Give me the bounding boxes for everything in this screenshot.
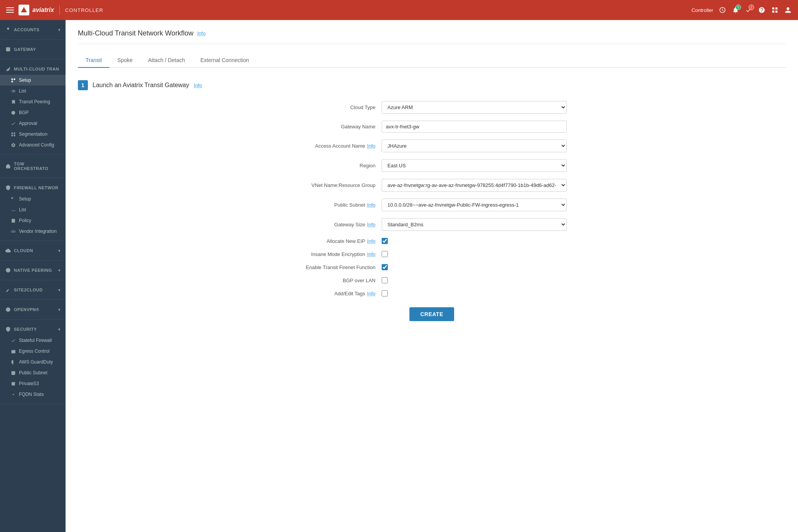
notification-bell-icon[interactable]: 5 [732,6,739,14]
tab-bar: Transit Spoke Attach / Detach External C… [78,53,786,68]
sidebar-section-multicloud: MULTI-CLOUD TRAN Setup List Transit Peer… [0,59,66,155]
access-account-field: Access Account Name Info JHAzure [297,140,567,152]
add-tags-checkbox[interactable] [382,290,388,296]
vnet-control: ave-az-fnvnetgw:rg-av-ave-az-fnvnetgw-97… [382,179,567,192]
svg-rect-6 [12,197,13,199]
sidebar-item-public-subnet[interactable]: Public Subnet [0,367,66,378]
svg-point-8 [6,307,10,312]
svg-point-5 [12,111,15,114]
step1-badge: 1 [78,80,88,90]
sidebar-item-stateful-firewall[interactable]: Stateful Firewall [0,335,66,346]
grid-icon[interactable] [771,6,779,14]
sidebar-item-transit-peering[interactable]: Transit Peering [0,96,66,107]
allocate-eip-field: Allocate New EIP Info [297,238,567,244]
cloud-type-select[interactable]: Azure ARM AWS GCP OCI [382,101,567,114]
allocate-eip-checkbox[interactable] [382,238,388,244]
bgp-lan-control [382,277,567,283]
tab-transit[interactable]: Transit [78,53,109,68]
add-tags-field: Add/Edit Tags Info [297,290,567,296]
gateway-size-select[interactable]: Standard_B2ms Standard_B4ms Standard_D2s… [382,218,567,231]
tab-spoke[interactable]: Spoke [109,53,140,68]
enable-firenet-checkbox[interactable] [382,264,388,270]
sidebar-item-approval[interactable]: Approval [0,118,66,129]
create-button[interactable]: CREATE [409,307,454,321]
sidebar-group-native-peering[interactable]: NATIVE PEERING ▾ [0,264,66,276]
sidebar-item-vendor-integration[interactable]: Vendor Integration [0,226,66,237]
bgp-lan-checkbox[interactable] [382,277,388,283]
notification-badge: 5 [736,5,741,10]
sidebar-section-gateway: GATEWAY [0,40,66,59]
sidebar-group-gateway[interactable]: GATEWAY [0,44,66,55]
sidebar-group-firewall[interactable]: FIREWALL NETWOR [0,182,66,194]
page-info-link[interactable]: Info [197,30,206,36]
insane-mode-checkbox[interactable] [382,251,388,257]
access-account-info-link[interactable]: Info [367,143,375,149]
tab-external-connection[interactable]: External Connection [193,53,257,68]
sidebar-item-policy[interactable]: Policy [0,215,66,226]
sidebar-item-egress-control[interactable]: Egress Control [0,346,66,357]
public-subnet-label: Public Subnet Info [297,202,382,208]
svg-rect-10 [12,382,15,386]
logo-icon [19,5,29,15]
sidebar-item-list[interactable]: List [0,86,66,96]
form-container: Cloud Type Azure ARM AWS GCP OCI Gateway… [297,101,567,321]
sidebar-group-accounts[interactable]: ACCOUNTS ▾ [0,24,66,35]
public-subnet-field: Public Subnet Info 10.0.0.0/28~~ave-az-f… [297,199,567,211]
sidebar-item-private-s3[interactable]: PrivateS3 [0,378,66,389]
sidebar: ACCOUNTS ▾ GATEWAY MULTI-CLOUD TRAN Setu… [0,20,66,532]
sidebar-item-setup[interactable]: Setup [0,75,66,86]
svg-rect-7 [12,219,15,222]
enable-firenet-control [382,264,567,270]
sidebar-item-advanced-config[interactable]: Advanced Config [0,140,66,150]
sidebar-group-openvpn[interactable]: OPENVPN® ▾ [0,304,66,315]
access-account-select[interactable]: JHAzure [382,140,567,152]
controller-label: Controller [65,7,103,13]
sidebar-group-security[interactable]: SECURITY ▾ [0,323,66,335]
insane-mode-info-link[interactable]: Info [367,251,375,257]
sidebar-item-fqdn-stats[interactable]: FQDN Stats [0,389,66,400]
gateway-name-input[interactable] [382,121,567,133]
help-icon[interactable] [758,6,766,14]
sidebar-group-cloudn[interactable]: CLOUDN ▾ [0,245,66,256]
user-icon[interactable] [784,6,792,14]
gateway-name-field: Gateway Name [297,121,567,133]
sidebar-item-bgp[interactable]: BGP [0,107,66,118]
gateway-size-control: Standard_B2ms Standard_B4ms Standard_D2s… [382,218,567,231]
timer-icon[interactable] [719,6,726,14]
insane-mode-field: Insane Mode Encryption Info [297,251,567,257]
page-title: Multi-Cloud Transit Network Workflow [78,29,194,37]
allocate-eip-control [382,238,567,244]
sidebar-group-tgw[interactable]: TGW ORCHESTRATO [0,158,66,174]
hamburger-menu[interactable] [6,7,14,13]
allocate-eip-label: Allocate New EIP Info [297,238,382,244]
svg-rect-9 [12,371,15,375]
region-select[interactable]: East US West US East US 2 West Europe [382,159,567,172]
checkmark-icon[interactable]: 2 [745,6,753,14]
gateway-size-info-link[interactable]: Info [367,222,375,227]
add-tags-label: Add/Edit Tags Info [297,291,382,296]
main-content: Multi-Cloud Transit Network Workflow Inf… [66,20,798,532]
gateway-size-field: Gateway Size Info Standard_B2ms Standard… [297,218,567,231]
allocate-eip-info-link[interactable]: Info [367,238,375,244]
public-subnet-select[interactable]: 10.0.0.0/28~~ave-az-fnvnetgw-Public-FW-i… [382,199,567,211]
sidebar-item-fw-list[interactable]: List [0,204,66,215]
step1-title: Launch an Aviatrix Transit Gateway [93,82,189,89]
region-field: Region East US West US East US 2 West Eu… [297,159,567,172]
sidebar-group-site2cloud[interactable]: SITE2CLOUD ▾ [0,284,66,296]
sidebar-section-tgw: TGW ORCHESTRATO [0,155,66,178]
public-subnet-info-link[interactable]: Info [367,202,375,208]
add-tags-control [382,290,567,296]
vnet-select[interactable]: ave-az-fnvnetgw:rg-av-ave-az-fnvnetgw-97… [382,179,567,192]
sidebar-item-aws-guardduty[interactable]: AWS GuardDuty [0,357,66,367]
sidebar-section-accounts: ACCOUNTS ▾ [0,20,66,40]
sidebar-item-segmentation[interactable]: Segmentation [0,129,66,140]
step1-info-link[interactable]: Info [194,82,202,88]
gateway-size-label: Gateway Size Info [297,222,382,227]
sidebar-item-fw-setup[interactable]: Setup [0,194,66,204]
cloud-type-field: Cloud Type Azure ARM AWS GCP OCI [297,101,567,114]
sidebar-group-multicloud[interactable]: MULTI-CLOUD TRAN [0,63,66,75]
add-tags-info-link[interactable]: Info [367,291,375,296]
step1-header: 1 Launch an Aviatrix Transit Gateway Inf… [78,80,786,90]
enable-firenet-label: Enable Transit Firenet Function [297,264,382,270]
tab-attach-detach[interactable]: Attach / Detach [140,53,193,68]
